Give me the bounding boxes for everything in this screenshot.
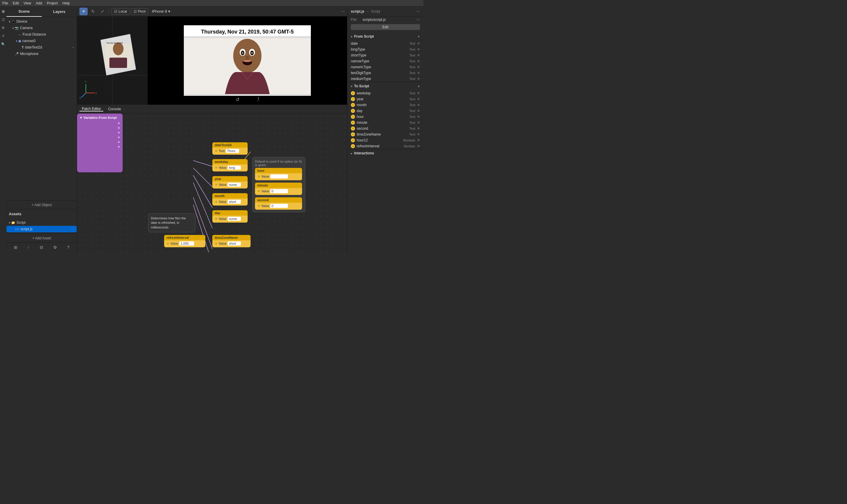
port-dot-month[interactable] (118, 131, 120, 134)
asset-scriptjs[interactable]: </> script.js (6, 226, 77, 232)
port-day[interactable] (79, 136, 120, 139)
to-script-header[interactable]: ▾ To Script + (347, 82, 424, 90)
tree-item-datetext2d[interactable]: ▸ T dateText2d → (6, 44, 77, 51)
node-datetext2d[interactable]: dateText2d Text (212, 142, 248, 155)
hour-input[interactable] (270, 174, 288, 179)
node-timezonename[interactable]: timeZoneName Value (212, 235, 251, 247)
var-shorttype-remove[interactable]: ✕ (417, 53, 420, 57)
node-refreshinterval[interactable]: refreshInterval Value (164, 235, 205, 247)
menu-edit[interactable]: Edit (13, 1, 19, 5)
port-timezone[interactable] (79, 141, 120, 144)
ts-hour-remove[interactable]: ✕ (417, 115, 420, 119)
port-left-datetext2d[interactable] (215, 149, 218, 152)
day-input[interactable] (228, 217, 241, 221)
var-date-remove[interactable]: ✕ (417, 41, 420, 46)
tool-scale[interactable]: ⤢ (98, 8, 106, 15)
sidebar-icon-search[interactable]: 🔍 (1, 42, 5, 47)
local-button[interactable]: ☑ Local (111, 8, 130, 15)
port-left-day[interactable] (215, 217, 218, 220)
to-script-add-icon[interactable]: + (418, 84, 420, 89)
sidebar-icon-3[interactable]: ⊞ (1, 25, 5, 30)
port-dot-refresh[interactable] (118, 145, 120, 148)
from-script-add-icon[interactable]: + (418, 34, 420, 39)
node-weekday[interactable]: weekday Value (212, 159, 248, 172)
ts-day-remove[interactable]: ✕ (417, 109, 420, 113)
port-left-hour[interactable] (257, 175, 260, 178)
var-longtype-remove[interactable]: ✕ (417, 47, 420, 52)
node-month[interactable]: month Value (212, 193, 248, 205)
tree-item-microphone[interactable]: ▸ 🎤 Microphone (6, 51, 77, 57)
port-weekday[interactable] (79, 122, 120, 125)
month-input[interactable] (228, 200, 241, 204)
tab-scene[interactable]: Scene (6, 6, 42, 17)
port-left-second[interactable] (257, 204, 260, 207)
tree-item-device[interactable]: ▾ 📱 Device (6, 18, 77, 25)
tree-item-focal[interactable]: ▸ — Focal Distance (6, 31, 77, 38)
bottom-icon-5[interactable]: ? (67, 245, 69, 250)
var-numerictype-remove[interactable]: ✕ (417, 65, 420, 69)
add-asset-button[interactable]: + Add Asset (6, 233, 77, 242)
tab-console[interactable]: Console (106, 107, 123, 111)
refresh-input[interactable] (179, 241, 194, 246)
node-day[interactable]: day Value (212, 210, 248, 222)
right-more-icon[interactable]: ⋯ (416, 10, 420, 14)
port-left-minute[interactable] (257, 190, 260, 193)
menu-add[interactable]: Add (36, 1, 42, 5)
var-twodigittype-remove[interactable]: ✕ (417, 71, 420, 75)
port-left-year[interactable] (215, 183, 218, 186)
var-narrowtype-remove[interactable]: ✕ (417, 59, 420, 63)
year-input[interactable] (228, 183, 241, 187)
ts-second-remove[interactable]: ✕ (417, 126, 420, 130)
sidebar-icon-2[interactable]: ◫ (1, 17, 5, 22)
add-object-button[interactable]: + Add Object (6, 200, 77, 209)
tool-move[interactable]: ✛ (79, 8, 88, 15)
menu-project[interactable]: Project (47, 1, 58, 5)
port-left-tz[interactable] (215, 242, 218, 245)
node-minute-inner[interactable]: minute Value (255, 183, 302, 195)
minute-input[interactable] (270, 189, 288, 193)
port-dot-weekday[interactable] (118, 122, 120, 125)
port-left-refresh[interactable] (166, 242, 169, 245)
ts-month-remove[interactable]: ✕ (417, 103, 420, 107)
tab-layers[interactable]: Layers (42, 6, 77, 17)
timezonename-input[interactable] (228, 241, 241, 246)
ts-weekday-remove[interactable]: ✕ (417, 91, 420, 95)
interactions-section[interactable]: ▸ Interactions (347, 149, 424, 157)
file-more-icon[interactable]: ⋯ (416, 18, 420, 22)
bottom-icon-1[interactable]: ⊞ (14, 245, 17, 250)
ts-refresh-remove[interactable]: ✕ (417, 144, 420, 148)
bottom-icon-2[interactable]: ↑ (28, 245, 30, 250)
tab-patch-editor[interactable]: Patch Editor (79, 107, 103, 111)
menu-help[interactable]: Help (62, 1, 70, 5)
ts-hour12-remove[interactable]: ✕ (417, 138, 420, 142)
ts-year-remove[interactable]: ✕ (417, 97, 420, 101)
bottom-icon-4[interactable]: ⚙ (53, 245, 57, 250)
from-script-header[interactable]: ▾ From Script + (347, 32, 424, 40)
screenshot-button[interactable]: ⤴ (257, 97, 259, 102)
viewport-more-icon[interactable]: ⋯ (341, 10, 345, 14)
port-dot-timezone[interactable] (118, 141, 120, 144)
port-dot-day[interactable] (118, 136, 120, 139)
node-second-inner[interactable]: second Value (255, 197, 302, 210)
restart-button[interactable]: ↺ (236, 97, 239, 102)
second-input[interactable] (270, 204, 288, 208)
edit-button[interactable]: Edit (351, 24, 420, 30)
bottom-icon-3[interactable]: ⊟ (40, 245, 43, 250)
sidebar-icon-scene[interactable]: ▦ (1, 9, 5, 14)
node-hour-inner[interactable]: hour Value (255, 168, 302, 180)
node-variables-from-script[interactable]: ▼ Variables From Script (77, 113, 123, 172)
tree-item-camera[interactable]: ▾ 📷 Camera (6, 25, 77, 31)
weekday-input[interactable] (228, 165, 241, 170)
var-mediumtype-remove[interactable]: ✕ (417, 77, 420, 81)
datetext2d-input[interactable] (226, 149, 239, 153)
port-refresh[interactable] (79, 145, 120, 148)
device-selector[interactable]: iPhone 8 ▾ (152, 9, 170, 14)
tree-item-canvas0[interactable]: ▾ ▣ canvas0 (6, 38, 77, 44)
patch-canvas[interactable]: Determines how ften the date is refreshe… (77, 113, 347, 252)
port-year[interactable] (79, 126, 120, 129)
menu-view[interactable]: View (23, 1, 31, 5)
port-left-weekday[interactable] (215, 166, 218, 169)
sidebar-icon-4[interactable]: ↺ (1, 34, 5, 38)
port-dot-year[interactable] (118, 126, 120, 129)
pivot-button[interactable]: ☑ Pivot (131, 8, 148, 15)
